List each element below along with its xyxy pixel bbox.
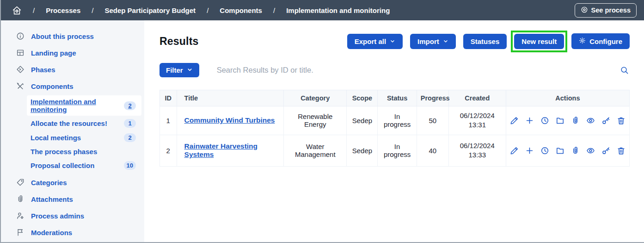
cell-status: In progress [378, 106, 417, 135]
result-title-link[interactable]: Community Wind Turbines [184, 116, 275, 124]
column-header-status: Status [378, 90, 417, 106]
breadcrumb-separator: / [33, 6, 35, 14]
breadcrumb: / Processes / Sedep Participatory Budget… [12, 6, 390, 15]
cell-title: Rainwater Harvesting Systems [177, 135, 284, 166]
subitem-label: Allocate the resources! [31, 119, 107, 127]
sidebar-item-label: Process admins [31, 212, 84, 220]
cell-category: Renewable Energy [284, 106, 347, 135]
breadcrumb-processes[interactable]: Processes [46, 6, 80, 14]
tag-icon [16, 178, 25, 187]
sidebar-subitem-proposal-collection[interactable]: Proposal collection 10 [27, 159, 141, 172]
cell-status: In progress [378, 135, 417, 166]
gear-icon [579, 37, 586, 45]
cell-actions [506, 106, 629, 135]
page-title: Results [159, 35, 198, 48]
timeline-clock-icon[interactable] [540, 146, 549, 155]
subitem-label: Proposal collection [31, 162, 94, 169]
search-icon[interactable] [619, 66, 630, 75]
user-gear-icon [16, 212, 25, 220]
sidebar-item-label: Phases [31, 66, 55, 74]
cell-id: 1 [160, 106, 177, 135]
breadcrumb-separator: / [92, 6, 93, 14]
top-navigation-bar: / Processes / Sedep Participatory Budget… [1, 0, 644, 20]
count-badge: 2 [124, 133, 136, 142]
paperclip-icon [16, 195, 25, 203]
column-header-scope: Scope [347, 90, 378, 106]
preview-eye-icon[interactable] [586, 146, 595, 155]
cell-title: Community Wind Turbines [177, 106, 284, 135]
statuses-button[interactable]: Statuses [463, 34, 507, 49]
sidebar-item-components[interactable]: Components [1, 78, 144, 94]
filter-search-row: Filter [159, 63, 630, 77]
search-input[interactable] [217, 66, 619, 75]
highlight-annotation-box: New result [511, 31, 567, 52]
timeline-clock-icon[interactable] [540, 116, 549, 125]
result-title-link[interactable]: Rainwater Harvesting Systems [184, 142, 258, 158]
filter-button[interactable]: Filter [159, 63, 199, 77]
chevron-down-icon [443, 37, 448, 45]
components-submenu: Implementation and monitoring 2 Allocate… [1, 95, 144, 172]
import-button[interactable]: Import [410, 34, 456, 49]
created-time: 13:31 [453, 120, 502, 130]
delete-trash-icon[interactable] [617, 116, 626, 125]
cell-created: 06/12/2024 13:33 [448, 135, 506, 166]
add-icon[interactable] [525, 116, 534, 125]
permissions-key-icon[interactable] [601, 116, 610, 125]
configure-button[interactable]: Configure [571, 33, 630, 49]
table-header-row: ID Title Category Scope Status Progress … [160, 90, 630, 106]
column-header-created: Created [448, 90, 506, 106]
see-process-button[interactable]: See process [575, 3, 637, 18]
sidebar-subitem-the-process-phases[interactable]: The process phases [27, 145, 141, 158]
preview-eye-icon[interactable] [586, 116, 595, 125]
edit-icon[interactable] [510, 116, 519, 125]
sidebar-subitem-allocate-the-resources[interactable]: Allocate the resources! 1 [27, 117, 141, 130]
add-icon[interactable] [525, 146, 534, 155]
sidebar-item-label: Landing page [31, 49, 76, 57]
column-header-category: Category [284, 90, 347, 106]
sidebar-subitem-local-meetings[interactable]: Local meetings 2 [27, 131, 141, 144]
sidebar-item-label: Moderations [31, 229, 72, 237]
edit-icon[interactable] [510, 146, 519, 155]
table-row: 2 Rainwater Harvesting Systems Water Man… [160, 135, 630, 166]
cell-id: 2 [160, 135, 177, 166]
chevron-down-icon [187, 66, 193, 74]
sidebar-subitem-implementation-and-monitoring[interactable]: Implementation and monitoring 2 [27, 95, 141, 116]
chevron-down-icon [390, 37, 395, 45]
sidebar-item-landing-page[interactable]: Landing page [1, 44, 144, 61]
new-result-button[interactable]: New result [514, 34, 564, 49]
main-content: Results Export all Import [144, 20, 644, 242]
column-header-title: Title [177, 90, 284, 106]
cell-actions [506, 135, 629, 166]
cell-scope: Sedep [347, 106, 378, 135]
count-badge: 1 [124, 119, 136, 128]
folder-icon[interactable] [556, 116, 564, 125]
column-header-progress: Progress [417, 90, 448, 106]
sidebar-item-attachments[interactable]: Attachments [1, 191, 144, 207]
layout-icon [16, 49, 25, 57]
admin-page: / Processes / Sedep Participatory Budget… [0, 0, 644, 243]
subitem-label: Implementation and monitoring [31, 98, 124, 113]
export-all-button[interactable]: Export all [347, 34, 403, 49]
filter-label: Filter [166, 66, 183, 74]
sidebar-item-about[interactable]: About this process [1, 28, 144, 44]
folder-icon[interactable] [556, 146, 564, 155]
delete-trash-icon[interactable] [617, 146, 626, 155]
sidebar-item-label: Categories [31, 179, 67, 187]
sidebar-item-moderations[interactable]: Moderations [1, 224, 144, 241]
attachment-icon[interactable] [571, 116, 580, 125]
sidebar-item-phases[interactable]: Phases [1, 61, 144, 78]
cell-progress: 50 [417, 106, 448, 135]
toolbar: Export all Import Statuses [347, 33, 630, 49]
breadcrumb-process-name[interactable]: Sedep Participatory Budget [104, 6, 196, 14]
attachment-icon[interactable] [571, 146, 580, 155]
breadcrumb-current-component[interactable]: Implementation and monitoring [286, 6, 390, 14]
sidebar-item-categories[interactable]: Categories [1, 174, 144, 191]
sidebar-item-process-admins[interactable]: Process admins [1, 207, 144, 224]
breadcrumb-components[interactable]: Components [220, 6, 262, 14]
home-icon[interactable] [12, 6, 22, 15]
permissions-key-icon[interactable] [601, 146, 610, 155]
breadcrumb-separator: / [207, 6, 209, 14]
import-label: Import [417, 37, 439, 45]
target-circle-icon [581, 6, 588, 15]
info-icon [16, 32, 25, 40]
